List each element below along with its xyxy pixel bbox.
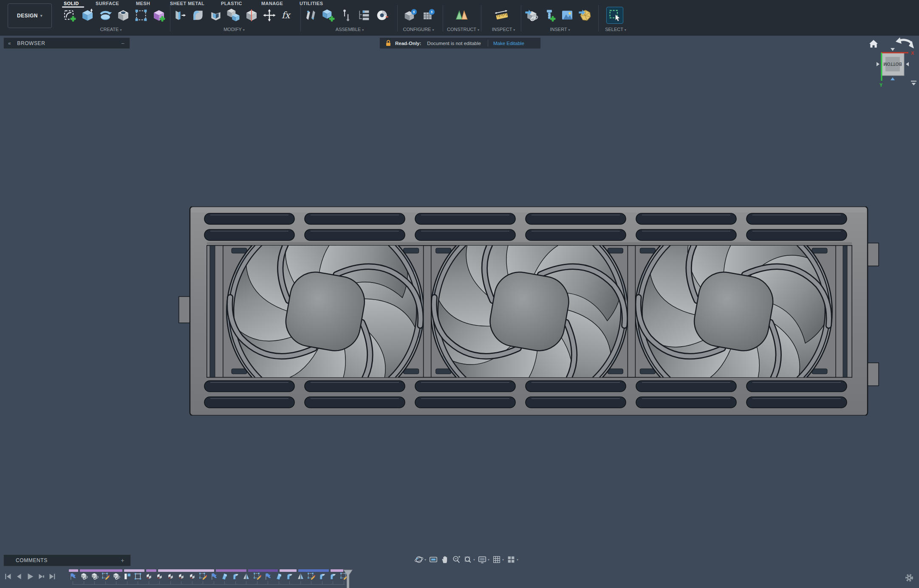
- orbit-dropdown-caret[interactable]: ▾: [424, 558, 426, 562]
- timeline-feature-sketch-edit[interactable]: [307, 572, 316, 581]
- tab-utilities[interactable]: UTILITIES: [300, 1, 323, 6]
- construct-plane-icon[interactable]: [454, 7, 470, 23]
- timeline-feature-sketch-edit[interactable]: [253, 572, 262, 581]
- go-to-end-button[interactable]: [48, 572, 57, 581]
- hole-icon[interactable]: [115, 7, 131, 23]
- timeline-feature-fillet-feature[interactable]: [232, 572, 240, 581]
- parameters-fx-icon[interactable]: fx: [279, 7, 295, 23]
- timeline-feature-sketch-edit[interactable]: [102, 572, 110, 581]
- fillet-icon[interactable]: [190, 7, 206, 23]
- play-button[interactable]: [25, 572, 35, 581]
- configure-icon[interactable]: [403, 7, 419, 23]
- viewports-icon[interactable]: [505, 554, 517, 565]
- timeline-feature-flag[interactable]: [210, 572, 218, 581]
- timeline-feature-link-component[interactable]: [90, 572, 99, 581]
- pan-icon[interactable]: [439, 554, 450, 565]
- insert-mesh-icon[interactable]: [577, 7, 593, 23]
- timeline-feature-fillet-feature[interactable]: [286, 572, 294, 581]
- rotate-left-arrow-icon[interactable]: [877, 62, 879, 66]
- new-component-icon[interactable]: [320, 7, 336, 23]
- tab-surface[interactable]: SURFACE: [96, 1, 119, 6]
- move-copy-icon[interactable]: [261, 7, 277, 23]
- timeline-feature-sketch-profile[interactable]: [134, 572, 142, 581]
- grid-icon[interactable]: [491, 554, 502, 565]
- add-comment-button[interactable]: +: [121, 557, 124, 564]
- timeline-feature-joint[interactable]: [188, 572, 197, 581]
- split-body-icon[interactable]: [243, 7, 260, 23]
- fan-tray-model[interactable]: [177, 206, 880, 417]
- tab-plastic[interactable]: PLASTIC: [221, 1, 242, 6]
- zoom-icon[interactable]: [450, 554, 462, 565]
- timeline-feature-flag[interactable]: [264, 572, 272, 581]
- minimize-panel-icon[interactable]: –: [122, 40, 124, 46]
- timeline-feature-joint[interactable]: [156, 572, 164, 581]
- step-back-button[interactable]: [14, 572, 24, 581]
- timeline-feature-mirror-feature[interactable]: [242, 572, 251, 581]
- joint-origin-icon[interactable]: [338, 7, 354, 23]
- timeline-playhead[interactable]: [342, 569, 353, 588]
- timeline-feature-link-component[interactable]: [112, 572, 121, 581]
- configuration-table-icon[interactable]: [421, 7, 437, 23]
- model-viewport[interactable]: « BROWSER – Read-Only: Document is not e…: [0, 36, 919, 588]
- group-label-select[interactable]: SELECT ▾: [605, 27, 626, 32]
- timeline-feature-joint[interactable]: [167, 572, 175, 581]
- browser-panel-header[interactable]: « BROWSER –: [3, 37, 130, 49]
- grid-dropdown-caret[interactable]: ▾: [502, 558, 504, 562]
- fit-dropdown-caret[interactable]: ▾: [473, 558, 475, 562]
- look-at-icon[interactable]: [427, 554, 439, 565]
- tab-mesh[interactable]: MESH: [136, 1, 150, 6]
- timeline-feature-mirror-feature[interactable]: [297, 572, 305, 581]
- bom-icon[interactable]: [356, 7, 372, 23]
- timeline-feature-sketch-edit[interactable]: [199, 572, 207, 581]
- motion-study-icon[interactable]: [374, 7, 390, 23]
- display-settings-dropdown-caret[interactable]: ▾: [488, 558, 489, 562]
- timeline-feature-joint[interactable]: [177, 572, 186, 581]
- timeline-feature-fillet-feature[interactable]: [329, 572, 337, 581]
- go-to-start-button[interactable]: [3, 572, 13, 581]
- make-editable-link[interactable]: Make Editable: [493, 41, 524, 46]
- tab-solid[interactable]: SOLID: [64, 1, 79, 6]
- revolve-icon[interactable]: [97, 7, 113, 23]
- timeline-feature-extrude-feature[interactable]: [221, 572, 229, 581]
- display-settings-icon[interactable]: [476, 554, 488, 565]
- measure-icon[interactable]: [494, 7, 510, 23]
- workspace-switcher[interactable]: DESIGN ▾: [8, 3, 52, 28]
- timeline-feature-component-pattern[interactable]: [123, 572, 132, 581]
- insert-fastener-icon[interactable]: [541, 7, 557, 23]
- rotate-right-arrow-icon[interactable]: [906, 62, 909, 66]
- fit-icon[interactable]: [462, 554, 473, 565]
- viewports-dropdown-caret[interactable]: ▾: [517, 558, 518, 562]
- rectangular-pattern-icon[interactable]: [133, 7, 149, 23]
- timeline-feature-flag[interactable]: [69, 572, 77, 581]
- create-sketch-icon[interactable]: [62, 7, 78, 23]
- timeline-feature-joint[interactable]: [145, 572, 153, 581]
- rotate-down-arrow-icon[interactable]: [891, 77, 895, 80]
- shell-icon[interactable]: [208, 7, 224, 23]
- group-label-configure[interactable]: CONFIGURE ▾: [403, 27, 434, 32]
- timeline-feature-fillet-feature[interactable]: [318, 572, 327, 581]
- extrude-icon[interactable]: [79, 7, 96, 23]
- roll-view-icon[interactable]: [896, 37, 914, 48]
- orbit-icon[interactable]: [413, 554, 424, 565]
- joint-icon[interactable]: [303, 7, 319, 23]
- insert-canvas-icon[interactable]: [559, 7, 575, 23]
- select-icon[interactable]: [607, 7, 623, 23]
- comments-panel-header[interactable]: COMMENTS +: [3, 554, 131, 566]
- step-forward-button[interactable]: [37, 572, 46, 581]
- group-label-construct[interactable]: CONSTRUCT ▾: [447, 27, 479, 32]
- timeline-settings-gear-icon[interactable]: [904, 573, 914, 583]
- insert-derive-icon[interactable]: [523, 7, 540, 23]
- timeline-feature-extrude-feature[interactable]: [275, 572, 283, 581]
- rotate-up-arrow-icon[interactable]: [891, 48, 895, 51]
- home-icon[interactable]: [869, 40, 878, 48]
- group-label-assemble[interactable]: ASSEMBLE ▾: [336, 27, 364, 32]
- group-label-inspect[interactable]: INSPECT ▾: [492, 27, 515, 32]
- press-pull-icon[interactable]: [172, 7, 188, 23]
- combine-icon[interactable]: [226, 7, 242, 23]
- timeline-feature-link-component[interactable]: [80, 572, 88, 581]
- create-form-icon[interactable]: [151, 7, 167, 23]
- group-label-insert[interactable]: INSERT ▾: [550, 27, 570, 32]
- viewcube-face-label[interactable]: BOTTOM: [883, 62, 902, 66]
- group-label-create[interactable]: CREATE ▾: [100, 27, 122, 32]
- tab-manage[interactable]: MANAGE: [261, 1, 283, 6]
